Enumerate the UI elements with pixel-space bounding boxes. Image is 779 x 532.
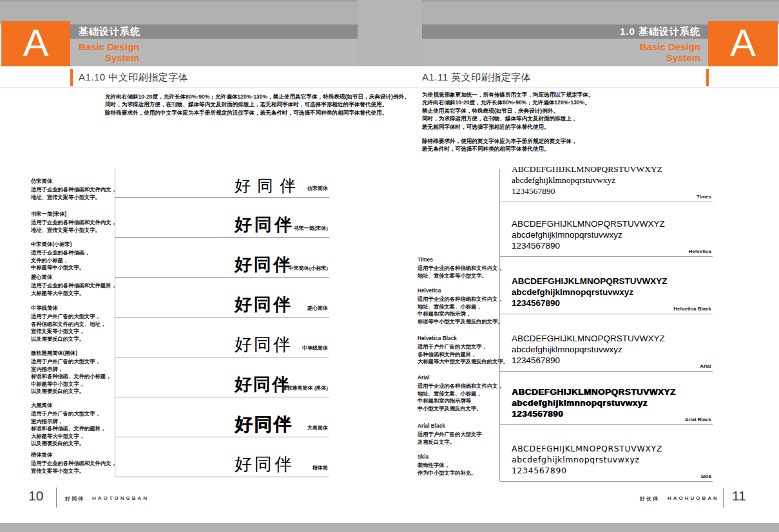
cn-specimen-row: 好同伴 微软雅黑简体 (黑体) — [115, 357, 329, 397]
font-name: Arial — [418, 374, 503, 381]
alphabet-upper: ABCDEFGHIJKLMNOPQRSTUVWXYZ — [512, 218, 665, 229]
cn-specimen-label: 书宋一简(宋体) — [294, 225, 328, 232]
font-desc-line: 室内指示牌， — [31, 366, 111, 373]
font-name: Skia — [418, 453, 476, 461]
font-desc-line: 适用于户外广告的大型文字， — [31, 410, 106, 417]
font-name: 仿宋简体 — [31, 178, 117, 185]
font-name: 大黑简体 — [31, 402, 106, 409]
font-group-yahei: 微软雅黑简体(黑体) 适用于户外广告的大型文字， 室内指示牌， 标语和各种信函、… — [31, 350, 111, 395]
left-page-number: 10 — [28, 488, 43, 504]
font-name: 中宋简体(小标宋) — [31, 241, 90, 248]
right-page-title: A1.11 英文印刷指定字体 — [422, 71, 531, 84]
font-desc-line: 地址、宣传文案、小标题， — [418, 303, 503, 310]
en-specimen-text: ABCDEFGHIJKLMNOPQRSTUVWXYZ abcdefghijklm… — [512, 443, 662, 476]
manual-spread: A 基础设计系统 Basic Design System 1.0 基础设计系统 … — [0, 0, 779, 532]
font-name: 书宋一简(宋体) — [31, 211, 117, 218]
font-desc-line: 适用于企业的各种信函和文件内文， — [418, 383, 503, 390]
en-specimen-text: ABCDEFGHIJKLMNOPQRSTUVWXYZ abcdefghijklm… — [512, 276, 668, 309]
en-specimen-row: ABCDEFGHIJKLMNOPQRSTUVWXYZ abcdefghijklm… — [500, 202, 713, 257]
font-name: 菱心简体 — [31, 274, 117, 281]
font-group-arial-black: Arial Black 适用于户外广告的大型文字 及需反白文字。 — [418, 423, 482, 446]
cn-specimen-table: 好同伴 仿宋简体 好同伴 书宋一简(宋体) 好同伴 中宋简体(小标宋) 好同伴 … — [115, 169, 329, 477]
cn-specimen-label: 中等线简体 — [302, 345, 328, 352]
alphabet-upper: ABCDEFGHIJKLMNOPQRSTUVWXYZ — [512, 386, 676, 397]
right-footer-divider — [723, 488, 724, 508]
cn-specimen-row: 好同伴 大黑简体 — [115, 397, 329, 437]
cn-specimen-text: 好同伴 — [235, 456, 294, 473]
font-desc-line: 中小型文字及需反白文字。 — [418, 405, 503, 412]
font-desc-line: 中标题和室内指示牌等 — [418, 397, 503, 404]
font-desc-line: 标语和各种信函、文件的题目， — [31, 425, 106, 432]
font-group-arial: Arial 适用于企业的各种信函和文件内文， 地址、宣传文案、小标题， 中标题和… — [418, 374, 503, 412]
cn-specimen-label: 大黑简体 — [307, 424, 328, 432]
font-group-times: Times 适用于企业的各种信函和文件内文， 地址、宣传文案等小型文字。 — [418, 256, 503, 280]
en-specimen-label: Helvetica — [689, 249, 711, 254]
cn-specimen-label: 中宋简体(小标宋) — [289, 265, 328, 272]
font-desc-line: 地址、宣传文案等小型文字。 — [418, 272, 503, 280]
font-name: Helvetica Black — [418, 335, 508, 342]
left-header-en-title: Basic Design System — [79, 41, 139, 63]
font-desc-line: 适用于户外广告的大型文字 — [418, 431, 482, 438]
alphabet-lower: abcdefghijklmnnopqrstuvwxyz — [512, 397, 676, 408]
left-footer-divider — [56, 488, 57, 508]
cn-specimen-label: 菱心简体 — [307, 305, 328, 312]
font-group-kaiti: 楷体简体 适用于企业的各种信函和文件内文， 宣传文案等小型文字。 — [31, 451, 117, 475]
en-title-line2: System — [640, 52, 700, 63]
left-header-light-bar: Basic Design System — [70, 39, 358, 66]
cn-specimen-row: 好同伴 书宋一简(宋体) — [115, 197, 329, 238]
font-desc-line: 适用于企业的各种信函和文件内文， — [418, 265, 503, 272]
font-desc-line: 大标题等大中型文字。 — [31, 290, 117, 297]
alphabet-upper: ABCDEFGHIJKLMNOPQRSTUVWXYZ — [512, 333, 665, 344]
font-desc-line: 中标题等中小型文字， — [31, 381, 111, 388]
right-header-en-title: Basic Design System — [640, 41, 700, 63]
en-specimen-text: ABCDEFGHIJKLMNOPQRSTUVWXYZ abcdefghijklm… — [512, 333, 665, 366]
font-desc-line: 以及需要反白的文字。 — [31, 440, 106, 447]
en-specimen-table: ABCDEFGHIJKLMNOPQRSTUVWXYZ abcdefghijklm… — [499, 169, 713, 481]
intro-line: 同时，为求得运用方便，在刊物、媒体等内文及封面的排版上， — [422, 115, 593, 122]
font-desc-line: 以及需要反白的文字。 — [31, 336, 106, 343]
font-desc-line: 中标题等中小型文字。 — [31, 264, 90, 271]
right-section-letter-tab: A — [708, 21, 778, 66]
font-desc-line: 宣传文案等小型文字， — [31, 328, 106, 335]
font-group-fangsong: 仿宋简体 适用于企业的各种信函和文件内文， 地址、宣传文案等小型文字。 — [31, 178, 117, 201]
font-desc-line: 适用于企业的各种信函和文件内文， — [31, 460, 117, 467]
font-desc-line: 文件的小标题， — [31, 257, 90, 264]
en-specimen-row: ABCDEFGHIJKLMNOPQRSTUVWXYZ abcdefghijklm… — [500, 169, 713, 202]
cn-specimen-text: 好同伴 — [235, 256, 293, 274]
cn-specimen-text: 好同伴 — [235, 415, 293, 433]
font-desc-line: 适用于户外广告的大型文字， — [418, 343, 508, 350]
font-group-helvetica-black: Helvetica Black 适用于户外广告的大型文字， 各种信函和文件的题目… — [418, 335, 508, 366]
left-section-letter-tab: A — [1, 21, 70, 66]
digits: 1234567890 — [512, 355, 665, 366]
right-intro-paragraph: 为使视觉形象更加统一，所有传媒所用文字，均应选用以下规定字体。 允许向右倾斜10… — [422, 91, 593, 153]
font-desc-line: 适用于企业的各种信函和文件内文， — [31, 219, 117, 226]
font-name: 中等线简体 — [31, 305, 106, 312]
digits: 1234567890 — [512, 465, 662, 476]
en-specimen-text: ABCDEFGHIJKLMNOPQRSTUVWXYZ abcdefghijklm… — [512, 386, 676, 419]
bottom-gray-band — [0, 523, 779, 532]
alphabet-lower: abcdefghijklmnopqrstuvwxyz — [512, 454, 662, 465]
en-title-line2: System — [79, 52, 139, 63]
cn-specimen-row: 好同伴 楷体简 — [115, 437, 329, 477]
en-specimen-label: Arial — [700, 363, 711, 369]
intro-line: 除特殊要求外，使用的中文字体应为本手册所规定的汉仪字体，若无条件时，可选择不同种… — [105, 109, 410, 117]
alphabet-upper: ABCDEFGHIJKLMNOPQRSTUVWXYZ — [512, 443, 662, 454]
en-specimen-text: ABCDEFGHIJKLMNOPQRSTUVWXYZ abcdefghijklm… — [512, 218, 665, 251]
left-intro-paragraph: 允许向右倾斜10-20度，允许长体80%-90%；允许扁体120%-130%，禁… — [105, 93, 410, 117]
intro-line: 禁止使用其它字体，特殊表现(如节日，庆典设计)例外。 — [422, 107, 593, 115]
alphabet-lower: abcdefghijklmnopqrstuvwxyz — [512, 287, 668, 298]
en-specimen-row: ABCDEFGHIJKLMNOPQRSTUVWXYZ abcdefghijklm… — [500, 314, 713, 372]
font-desc-line: 大标题等大中型文字， — [31, 433, 106, 440]
right-footer-brand-en: HAOHUOBAN — [668, 495, 719, 501]
font-group-dahei: 大黑简体 适用于户外广告的大型文字， 室内指示牌， 标语和各种信函、文件的题目，… — [31, 402, 106, 447]
font-name: Arial Black — [418, 423, 482, 430]
font-desc-line: 适用于企业的各种信函和文件内文， — [31, 186, 117, 193]
font-desc-line: 室内指示牌， — [31, 418, 106, 425]
section-letter: A — [730, 21, 756, 64]
en-specimen-label: Skia — [701, 473, 711, 479]
en-specimen-row: ABCDEFGHIJKLMNOPQRSTUVWXYZ abcdefghijklm… — [500, 256, 713, 314]
cn-specimen-label: 楷体简 — [313, 464, 328, 471]
font-desc-line: 以及需要反白的文字。 — [31, 388, 111, 395]
font-name: Times — [418, 256, 503, 263]
alphabet-upper: ABCDEFGHIJKLMNOPQRSTUVWXYZ — [512, 276, 668, 287]
